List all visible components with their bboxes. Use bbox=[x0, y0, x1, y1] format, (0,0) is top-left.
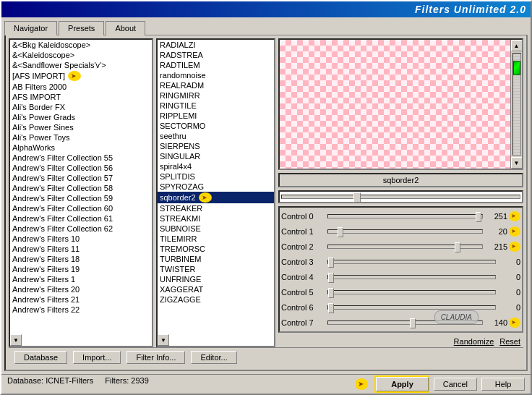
left-list-item[interactable]: Andrew's Filters 18 bbox=[10, 254, 152, 264]
left-list-item[interactable]: Andrew's Filter Collection 59 bbox=[10, 193, 152, 203]
left-list-item[interactable]: Ali's Border FX bbox=[10, 102, 152, 112]
control-track-5[interactable] bbox=[327, 290, 496, 294]
left-list-item[interactable]: Andrew's Filters 20 bbox=[10, 284, 152, 294]
middle-list-item[interactable]: RINGTILE bbox=[158, 101, 274, 111]
left-list-item[interactable]: Andrew's Filter Collection 61 bbox=[10, 213, 152, 224]
left-list-item[interactable]: Andrew's Filter Collection 62 bbox=[10, 224, 152, 234]
cancel-button[interactable]: Cancel bbox=[434, 378, 477, 391]
middle-scroll-down[interactable]: ▼ bbox=[158, 334, 169, 346]
preview-scroll-down[interactable]: ▼ bbox=[511, 157, 523, 169]
control-value-4: 0 bbox=[499, 273, 520, 281]
middle-list-item[interactable]: sqborder2 bbox=[158, 192, 274, 203]
left-list-item[interactable]: Andrew's Filter Collection 58 bbox=[10, 183, 152, 193]
left-scroll-down[interactable]: ▼ bbox=[10, 334, 22, 346]
middle-list-item[interactable]: STREAKER bbox=[158, 203, 274, 213]
left-list-item[interactable]: Andrew's Filters 22 bbox=[10, 305, 152, 315]
tab-presets[interactable]: Presets bbox=[59, 21, 104, 35]
control-track-0[interactable] bbox=[327, 214, 483, 218]
left-list-item[interactable]: Andrew's Filter Collection 56 bbox=[10, 163, 152, 173]
left-list-item[interactable]: AlphaWorks bbox=[10, 143, 152, 153]
control-track-4[interactable] bbox=[327, 275, 496, 279]
left-list-item[interactable]: Andrew's Filters 19 bbox=[10, 264, 152, 274]
help-button[interactable]: Help bbox=[481, 378, 525, 391]
middle-list-item[interactable]: RADTILEM bbox=[158, 60, 274, 70]
import-button[interactable]: Import... bbox=[73, 351, 121, 364]
left-list-item[interactable]: Andrew's Filters 10 bbox=[10, 234, 152, 244]
control-track-2[interactable] bbox=[327, 245, 483, 249]
left-list-item[interactable]: AFS IMPORT bbox=[10, 92, 152, 102]
control-thumb-3[interactable] bbox=[328, 258, 334, 268]
preview-vscroll[interactable]: ▲ ▼ bbox=[510, 40, 522, 169]
left-list-item[interactable]: &<Kaleidoscope> bbox=[10, 50, 152, 60]
middle-list-item[interactable]: TWISTER bbox=[158, 264, 274, 274]
reset-button[interactable]: Reset bbox=[499, 337, 520, 346]
control-thumb-4[interactable] bbox=[328, 273, 334, 283]
control-track-3[interactable] bbox=[327, 260, 496, 264]
middle-list-item[interactable]: randomnoise bbox=[158, 70, 274, 80]
hslider-track[interactable] bbox=[281, 195, 520, 199]
control-thumb-6[interactable] bbox=[328, 303, 334, 313]
control-value-3: 0 bbox=[499, 258, 520, 266]
left-list-item[interactable]: Andrew's Filter Collection 57 bbox=[10, 173, 152, 183]
middle-list-item[interactable]: SINGULAR bbox=[158, 151, 274, 161]
middle-list-item[interactable]: SUBNOISE bbox=[158, 224, 274, 234]
middle-list-item[interactable]: ZIGZAGGE bbox=[158, 294, 274, 305]
left-list-item[interactable]: AB Filters 2000 bbox=[10, 82, 152, 92]
preview-scroll-track[interactable] bbox=[512, 53, 521, 156]
middle-list-item[interactable]: UNFRINGE bbox=[158, 274, 274, 284]
control-thumb-5[interactable] bbox=[328, 288, 334, 298]
left-list-item[interactable]: Andrew's Filters 21 bbox=[10, 294, 152, 305]
bottom-left-buttons: Database Import... Filter Info... Editor… bbox=[14, 351, 237, 364]
left-list-item[interactable]: Andrew's Filters 11 bbox=[10, 244, 152, 254]
middle-list-box[interactable]: RADIALZIRADSTREARADTILEMrandomnoiseREALR… bbox=[158, 40, 274, 334]
middle-list-item[interactable]: TURBINEM bbox=[158, 254, 274, 264]
left-filter-list[interactable]: &<Bkg Kaleidoscope>&<Kaleidoscope>&<Sand… bbox=[9, 38, 153, 347]
middle-list-item[interactable]: RINGMIRR bbox=[158, 90, 274, 101]
control-row-2: Control 2215 bbox=[281, 239, 520, 254]
control-thumb-7[interactable] bbox=[410, 318, 416, 328]
tab-about[interactable]: About bbox=[106, 21, 145, 35]
left-list-item[interactable]: Andrew's Filter Collection 55 bbox=[10, 153, 152, 163]
preview-canvas bbox=[280, 40, 510, 169]
middle-list-item[interactable]: REALRADM bbox=[158, 80, 274, 90]
hslider-bar[interactable] bbox=[278, 190, 523, 203]
database-button[interactable]: Database bbox=[14, 351, 67, 364]
hslider-thumb[interactable] bbox=[353, 192, 361, 203]
middle-list-item[interactable]: STREAKMI bbox=[158, 213, 274, 224]
middle-list-item[interactable]: RIPPLEMI bbox=[158, 111, 274, 121]
middle-list-item[interactable]: RADSTREA bbox=[158, 50, 274, 60]
middle-list-item[interactable]: SPYROZAG bbox=[158, 182, 274, 192]
left-list-item[interactable]: [AFS IMPORT] bbox=[10, 70, 152, 82]
middle-filter-list[interactable]: RADIALZIRADSTREARADTILEMrandomnoiseREALR… bbox=[156, 38, 275, 347]
middle-list-item[interactable]: RADIALZI bbox=[158, 40, 274, 50]
left-list-item[interactable]: &<Bkg Kaleidoscope> bbox=[10, 40, 152, 50]
left-list-box[interactable]: &<Bkg Kaleidoscope>&<Kaleidoscope>&<Sand… bbox=[10, 40, 152, 334]
middle-list-item[interactable]: seethru bbox=[158, 131, 274, 141]
filter-info-button[interactable]: Filter Info... bbox=[126, 351, 185, 364]
middle-list-item[interactable]: XAGGERAT bbox=[158, 284, 274, 294]
left-list-item[interactable]: Ali's Power Sines bbox=[10, 122, 152, 132]
left-list-item[interactable]: Andrew's Filter Collection 60 bbox=[10, 203, 152, 213]
control-track-6[interactable] bbox=[327, 305, 496, 310]
randomize-button[interactable]: Randomize bbox=[454, 337, 494, 346]
control-track-1[interactable] bbox=[327, 229, 483, 234]
apply-button[interactable]: Apply bbox=[375, 376, 429, 392]
left-list-item[interactable]: &<Sandflower Specials'v'> bbox=[10, 60, 152, 70]
middle-list-item[interactable]: SECTORMO bbox=[158, 121, 274, 131]
middle-list-item[interactable]: TREMORSC bbox=[158, 244, 274, 254]
control-thumb-2[interactable] bbox=[455, 242, 460, 252]
middle-list-item[interactable]: SIERPENS bbox=[158, 141, 274, 151]
preview-scroll-thumb[interactable] bbox=[513, 61, 520, 75]
middle-list-item[interactable]: SPLITDIS bbox=[158, 171, 274, 182]
middle-list-item[interactable]: spiral4x4 bbox=[158, 161, 274, 171]
editor-button[interactable]: Editor... bbox=[191, 351, 236, 364]
tab-navigator[interactable]: Navigator bbox=[4, 21, 57, 35]
left-list-item[interactable]: Ali's Power Toys bbox=[10, 132, 152, 143]
controls-bottom-bar: Randomize Reset bbox=[278, 336, 523, 347]
control-thumb-0[interactable] bbox=[476, 212, 481, 222]
left-list-item[interactable]: Andrew's Filters 1 bbox=[10, 274, 152, 284]
control-thumb-1[interactable] bbox=[338, 227, 343, 237]
left-list-item[interactable]: Ali's Power Grads bbox=[10, 112, 152, 122]
preview-scroll-up[interactable]: ▲ bbox=[511, 40, 523, 51]
middle-list-item[interactable]: TILEMIRR bbox=[158, 234, 274, 244]
